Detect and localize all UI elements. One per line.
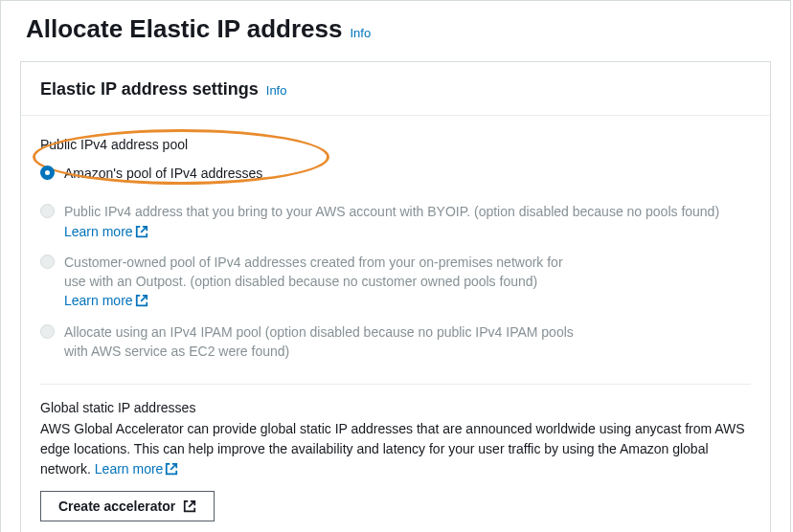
radio-option-ipam: Allocate using an IPv4 IPAM pool (option… [40, 317, 751, 367]
global-ip-description: AWS Global Accelerator can provide globa… [40, 419, 751, 479]
radio-option-customer-owned: Customer-owned pool of IPv4 addresses cr… [40, 247, 751, 317]
radio-ipam [40, 324, 55, 339]
create-accelerator-label: Create accelerator [58, 499, 175, 514]
create-accelerator-button[interactable]: Create accelerator [40, 491, 215, 521]
radio-label-amazon-pool: Amazon's pool of IPv4 addresses [64, 164, 262, 183]
radio-option-byoip: Public IPv4 address that you bring to yo… [40, 196, 751, 247]
radio-label-byoip: Public IPv4 address that you bring to yo… [64, 202, 751, 241]
external-link-icon [165, 462, 178, 476]
learn-more-customer-owned[interactable]: Learn more [64, 293, 148, 308]
learn-more-byoip[interactable]: Learn more [64, 224, 148, 239]
radio-option-amazon-pool[interactable]: Amazon's pool of IPv4 addresses [40, 160, 262, 188]
radio-amazon-pool[interactable] [40, 166, 55, 180]
radio-byoip [40, 204, 55, 218]
radio-customer-owned [40, 255, 55, 269]
external-link-icon [135, 294, 148, 307]
panel-title: Elastic IP address settings [40, 79, 259, 100]
pool-section-label: Public IPv4 address pool [40, 137, 262, 152]
external-link-icon [183, 499, 196, 513]
radio-text-byoip: Public IPv4 address that you bring to yo… [64, 204, 719, 219]
radio-label-customer-owned: Customer-owned pool of IPv4 addresses cr… [64, 253, 581, 311]
learn-more-global[interactable]: Learn more [95, 461, 179, 477]
info-link-header[interactable]: Info [350, 26, 371, 40]
radio-label-ipam: Allocate using an IPv4 IPAM pool (option… [64, 322, 581, 362]
settings-panel: Elastic IP address settings Info Public … [20, 61, 771, 532]
info-link-panel[interactable]: Info [266, 83, 287, 98]
radio-text-customer-owned: Customer-owned pool of IPv4 addresses cr… [64, 255, 563, 289]
global-ip-title: Global static IP addresses [40, 400, 751, 415]
external-link-icon [135, 225, 148, 238]
page-title: Allocate Elastic IP address [26, 14, 342, 44]
